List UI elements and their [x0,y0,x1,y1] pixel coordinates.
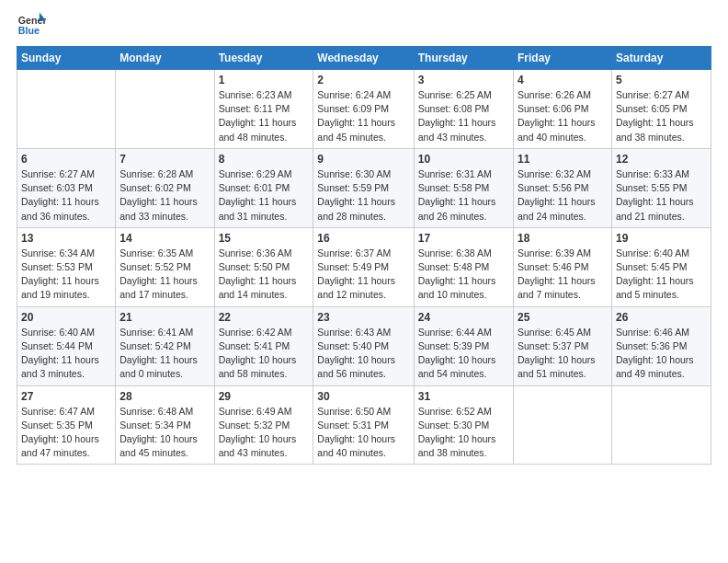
day-number: 16 [317,232,409,245]
calendar-cell: 8Sunrise: 6:29 AMSunset: 6:01 PMDaylight… [214,148,313,227]
day-number: 17 [418,232,509,245]
day-info: Sunrise: 6:35 AMSunset: 5:52 PMDaylight:… [119,247,210,303]
day-number: 25 [518,311,608,324]
day-info: Sunrise: 6:27 AMSunset: 6:03 PMDaylight:… [21,167,111,224]
day-number: 3 [418,74,509,86]
day-info: Sunrise: 6:33 AMSunset: 5:55 PMDaylight:… [616,167,707,224]
calendar-cell: 15Sunrise: 6:36 AMSunset: 5:50 PMDayligh… [214,227,313,306]
day-info: Sunrise: 6:50 AMSunset: 5:31 PMDaylight:… [317,405,409,461]
day-info: Sunrise: 6:30 AMSunset: 5:59 PMDaylight:… [317,167,409,224]
calendar-cell: 22Sunrise: 6:42 AMSunset: 5:41 PMDayligh… [214,306,313,385]
day-number: 24 [418,311,509,324]
day-number: 28 [119,390,210,403]
calendar-cell: 5Sunrise: 6:27 AMSunset: 6:05 PMDaylight… [611,70,711,149]
calendar-week-3: 20Sunrise: 6:40 AMSunset: 5:44 PMDayligh… [17,306,711,385]
day-number: 26 [616,311,707,324]
day-number: 5 [616,74,707,86]
day-info: Sunrise: 6:31 AMSunset: 5:58 PMDaylight:… [418,167,509,224]
day-number: 11 [518,153,608,166]
calendar-cell: 13Sunrise: 6:34 AMSunset: 5:53 PMDayligh… [17,227,116,306]
calendar-cell: 4Sunrise: 6:26 AMSunset: 6:06 PMDaylight… [513,70,611,149]
day-number: 27 [21,390,111,403]
calendar-table: SundayMondayTuesdayWednesdayThursdayFrid… [17,46,711,465]
calendar-cell: 12Sunrise: 6:33 AMSunset: 5:55 PMDayligh… [611,148,711,227]
day-number: 6 [21,153,111,166]
calendar-cell: 6Sunrise: 6:27 AMSunset: 6:03 PMDaylight… [17,148,116,227]
calendar-cell: 31Sunrise: 6:52 AMSunset: 5:30 PMDayligh… [414,385,513,465]
calendar-cell: 14Sunrise: 6:35 AMSunset: 5:52 PMDayligh… [116,227,214,306]
day-info: Sunrise: 6:44 AMSunset: 5:39 PMDaylight:… [418,326,509,382]
calendar-cell: 21Sunrise: 6:41 AMSunset: 5:42 PMDayligh… [116,306,214,385]
day-info: Sunrise: 6:38 AMSunset: 5:48 PMDaylight:… [418,247,509,303]
header: General Blue [17,9,711,39]
col-header-monday: Monday [116,47,214,70]
day-number: 14 [119,232,210,245]
logo-icon: General Blue [17,9,46,39]
day-info: Sunrise: 6:28 AMSunset: 6:02 PMDaylight:… [119,167,210,224]
day-number: 2 [317,74,409,86]
day-info: Sunrise: 6:26 AMSunset: 6:06 PMDaylight:… [518,88,608,144]
day-number: 7 [119,153,210,166]
calendar-cell: 20Sunrise: 6:40 AMSunset: 5:44 PMDayligh… [17,306,116,385]
calendar-week-2: 13Sunrise: 6:34 AMSunset: 5:53 PMDayligh… [17,227,711,306]
calendar-week-4: 27Sunrise: 6:47 AMSunset: 5:35 PMDayligh… [17,385,711,465]
day-info: Sunrise: 6:37 AMSunset: 5:49 PMDaylight:… [317,247,409,303]
day-info: Sunrise: 6:43 AMSunset: 5:40 PMDaylight:… [317,326,409,382]
day-number: 8 [219,153,310,166]
calendar-week-1: 6Sunrise: 6:27 AMSunset: 6:03 PMDaylight… [17,148,711,227]
calendar-cell [513,385,611,465]
day-number: 18 [518,232,608,245]
svg-text:Blue: Blue [18,25,40,36]
calendar-cell [116,70,214,149]
day-number: 15 [219,232,310,245]
calendar-cell: 18Sunrise: 6:39 AMSunset: 5:46 PMDayligh… [513,227,611,306]
calendar-cell: 10Sunrise: 6:31 AMSunset: 5:58 PMDayligh… [414,148,513,227]
calendar-cell: 16Sunrise: 6:37 AMSunset: 5:49 PMDayligh… [313,227,414,306]
day-info: Sunrise: 6:23 AMSunset: 6:11 PMDaylight:… [219,88,310,144]
calendar-cell: 17Sunrise: 6:38 AMSunset: 5:48 PMDayligh… [414,227,513,306]
day-info: Sunrise: 6:36 AMSunset: 5:50 PMDaylight:… [219,247,310,303]
calendar-cell: 28Sunrise: 6:48 AMSunset: 5:34 PMDayligh… [116,385,214,465]
day-info: Sunrise: 6:29 AMSunset: 6:01 PMDaylight:… [219,167,310,224]
day-info: Sunrise: 6:25 AMSunset: 6:08 PMDaylight:… [418,88,509,144]
calendar-cell: 9Sunrise: 6:30 AMSunset: 5:59 PMDaylight… [313,148,414,227]
day-info: Sunrise: 6:41 AMSunset: 5:42 PMDaylight:… [119,326,210,382]
day-number: 1 [219,74,310,86]
col-header-thursday: Thursday [414,47,513,70]
day-number: 21 [119,311,210,324]
day-number: 10 [418,153,509,166]
calendar-cell: 19Sunrise: 6:40 AMSunset: 5:45 PMDayligh… [611,227,711,306]
day-info: Sunrise: 6:32 AMSunset: 5:56 PMDaylight:… [518,167,608,224]
calendar-cell: 7Sunrise: 6:28 AMSunset: 6:02 PMDaylight… [116,148,214,227]
day-info: Sunrise: 6:40 AMSunset: 5:45 PMDaylight:… [616,247,707,303]
day-info: Sunrise: 6:40 AMSunset: 5:44 PMDaylight:… [21,326,111,382]
calendar-cell: 2Sunrise: 6:24 AMSunset: 6:09 PMDaylight… [313,70,414,149]
day-info: Sunrise: 6:27 AMSunset: 6:05 PMDaylight:… [616,88,707,144]
day-number: 30 [317,390,409,403]
day-info: Sunrise: 6:24 AMSunset: 6:09 PMDaylight:… [317,88,409,144]
day-number: 20 [21,311,111,324]
day-info: Sunrise: 6:46 AMSunset: 5:36 PMDaylight:… [616,326,707,382]
calendar-cell: 3Sunrise: 6:25 AMSunset: 6:08 PMDaylight… [414,70,513,149]
col-header-wednesday: Wednesday [313,47,414,70]
calendar-cell: 27Sunrise: 6:47 AMSunset: 5:35 PMDayligh… [17,385,116,465]
day-info: Sunrise: 6:39 AMSunset: 5:46 PMDaylight:… [518,247,608,303]
day-info: Sunrise: 6:34 AMSunset: 5:53 PMDaylight:… [21,247,111,303]
calendar-cell: 26Sunrise: 6:46 AMSunset: 5:36 PMDayligh… [611,306,711,385]
day-info: Sunrise: 6:49 AMSunset: 5:32 PMDaylight:… [219,405,310,461]
logo: General Blue [17,9,50,39]
calendar-cell [17,70,116,149]
calendar-week-0: 1Sunrise: 6:23 AMSunset: 6:11 PMDaylight… [17,70,711,149]
day-number: 22 [219,311,310,324]
day-info: Sunrise: 6:52 AMSunset: 5:30 PMDaylight:… [418,405,509,461]
day-number: 31 [418,390,509,403]
calendar-cell: 24Sunrise: 6:44 AMSunset: 5:39 PMDayligh… [414,306,513,385]
day-number: 13 [21,232,111,245]
calendar-cell: 11Sunrise: 6:32 AMSunset: 5:56 PMDayligh… [513,148,611,227]
day-number: 4 [518,74,608,86]
calendar-cell: 29Sunrise: 6:49 AMSunset: 5:32 PMDayligh… [214,385,313,465]
calendar-header-row: SundayMondayTuesdayWednesdayThursdayFrid… [17,47,711,70]
col-header-sunday: Sunday [17,47,116,70]
day-number: 23 [317,311,409,324]
col-header-friday: Friday [513,47,611,70]
